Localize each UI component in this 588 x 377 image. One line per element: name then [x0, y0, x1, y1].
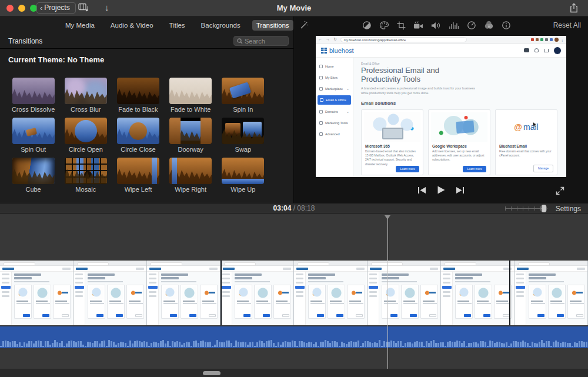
- transition-label: Spin In: [233, 106, 253, 113]
- tab-backgrounds[interactable]: Backgrounds: [197, 20, 245, 31]
- transition-thumbnail-doorway[interactable]: [169, 118, 212, 144]
- search-input[interactable]: [245, 38, 285, 45]
- transition-thumbnail-circle-open[interactable]: [65, 118, 107, 144]
- browser-profile-avatar: [554, 38, 559, 42]
- video-clip-filmstrip[interactable]: [0, 261, 588, 325]
- timeline-frame-thumbnail[interactable]: [514, 261, 588, 325]
- transition-label: Swap: [235, 146, 252, 153]
- transition-thumbnail-spin-in[interactable]: [222, 78, 264, 104]
- scrollbar-thumb[interactable]: [203, 371, 220, 375]
- transition-thumbnail-wipe-up[interactable]: [222, 158, 264, 184]
- magic-wand-icon[interactable]: [299, 21, 309, 30]
- settings-button[interactable]: Settings: [556, 204, 581, 214]
- search-box[interactable]: [233, 36, 289, 46]
- tab-audio-video[interactable]: Audio & Video: [106, 20, 158, 31]
- tab-titles[interactable]: Titles: [165, 20, 189, 31]
- transition-wipe-right[interactable]: Wipe Right: [165, 158, 217, 193]
- timeline-frame-thumbnail[interactable]: [441, 261, 514, 325]
- audio-waveform-track[interactable]: [0, 326, 588, 348]
- play-button[interactable]: [436, 185, 446, 195]
- transition-swap[interactable]: Swap: [217, 118, 269, 153]
- card-title: Google Workspace: [432, 144, 486, 148]
- bluehost-nav-my-sites: My Sites: [316, 72, 353, 83]
- timeline-frame-thumbnail[interactable]: [74, 261, 147, 325]
- transition-thumbnail-wipe-left[interactable]: [117, 158, 159, 184]
- timeline-frame-thumbnail[interactable]: [294, 261, 368, 325]
- transition-label: Wipe Right: [175, 186, 206, 193]
- advanced-icon: [319, 132, 323, 136]
- timeline-frame-thumbnail[interactable]: [220, 261, 294, 325]
- noise-equalizer-icon[interactable]: [449, 21, 459, 30]
- playhead[interactable]: [387, 215, 388, 369]
- speed-icon[interactable]: [467, 21, 476, 30]
- preview-viewer[interactable]: ← → ↻ my.bluehost.com/hosting/app/#/emai…: [316, 36, 566, 177]
- content-browser-panel: My MediaAudio & VideoTitlesBackgroundsTr…: [0, 16, 294, 203]
- search-icon: [237, 38, 243, 44]
- bluehost-nav-email-office: Email & Office: [318, 95, 351, 105]
- bluehost-nav-home: Home: [316, 61, 353, 72]
- transition-label: Fade to Black: [118, 106, 158, 113]
- transition-circle-open[interactable]: Circle Open: [59, 118, 112, 153]
- transition-fade-black[interactable]: Fade to Black: [112, 78, 164, 113]
- transition-cube[interactable]: Cube: [7, 158, 59, 193]
- card-title: Bluehost Email: [499, 144, 553, 148]
- marketing-tools-icon: [319, 121, 323, 125]
- chevron-down-icon: ⌄: [346, 86, 349, 91]
- transition-thumbnail-fade-white[interactable]: [169, 78, 212, 104]
- domains-icon: [319, 110, 323, 114]
- clip-filter-icon[interactable]: [484, 21, 494, 30]
- transition-spin-out[interactable]: Spin Out: [7, 118, 59, 153]
- transition-spin-in[interactable]: Spin In: [217, 78, 269, 113]
- transition-thumbnail-wipe-right[interactable]: [169, 158, 212, 184]
- transition-thumbnail-cross-dissolve[interactable]: [12, 78, 55, 104]
- page-title: Professional Email and Productivity Tool…: [361, 66, 464, 84]
- reset-all-button[interactable]: Reset All: [553, 21, 581, 29]
- timeline-frame-thumbnail[interactable]: [147, 261, 220, 325]
- transition-label: Mosaic: [75, 186, 96, 193]
- fullscreen-icon[interactable]: [556, 186, 564, 195]
- transition-thumbnail-cross-blur[interactable]: [65, 78, 107, 104]
- timeline-horizontal-scrollbar[interactable]: [0, 369, 588, 377]
- tab-my-media[interactable]: My Media: [61, 20, 99, 31]
- timeline[interactable]: [0, 215, 588, 377]
- timeline-zoom-slider[interactable]: [505, 205, 547, 212]
- bluehost-logo: bluehost: [321, 47, 354, 54]
- clip-boundary: [220, 261, 222, 325]
- color-balance-icon[interactable]: [362, 21, 372, 30]
- timeline-frame-thumbnail[interactable]: [0, 261, 74, 325]
- transition-wipe-up[interactable]: Wipe Up: [217, 158, 269, 193]
- transition-doorway[interactable]: Doorway: [165, 118, 217, 153]
- google-illustration: [431, 112, 487, 142]
- account-avatar: [554, 47, 561, 54]
- transition-thumbnail-swap[interactable]: [222, 118, 264, 144]
- timeline-frame-thumbnail[interactable]: [368, 261, 441, 325]
- transition-thumbnail-circle-close[interactable]: [117, 118, 159, 144]
- transition-thumbnail-mosaic[interactable]: [65, 158, 107, 184]
- bluehost-nav-marketplace: Marketplace⌄: [316, 83, 353, 94]
- card-body-text: Free domain email that comes with your c…: [499, 149, 553, 158]
- clip-info-icon[interactable]: [502, 21, 511, 30]
- viewer-panel: Reset All ← → ↻ my.bluehost.com/hosting/…: [294, 16, 588, 203]
- crop-icon[interactable]: [397, 21, 406, 30]
- transition-mosaic[interactable]: Mosaic: [59, 158, 112, 193]
- transition-thumbnail-fade-black[interactable]: [117, 78, 159, 104]
- transition-wipe-left[interactable]: Wipe Left: [112, 158, 164, 193]
- transition-circle-close[interactable]: Circle Close: [112, 118, 164, 153]
- share-icon[interactable]: [570, 3, 578, 13]
- transition-thumbnail-cube[interactable]: [12, 158, 55, 184]
- transition-fade-white[interactable]: Fade to White: [165, 78, 217, 113]
- my-sites-icon: [319, 76, 323, 79]
- transition-cross-dissolve[interactable]: Cross Dissolve: [7, 78, 59, 113]
- tab-transitions[interactable]: Transitions: [252, 20, 293, 31]
- chat-icon: [524, 48, 529, 52]
- transition-thumbnail-spin-out[interactable]: [12, 118, 55, 144]
- volume-icon[interactable]: [431, 21, 441, 30]
- next-frame-button[interactable]: [456, 186, 465, 194]
- zoom-slider-thumb[interactable]: [542, 205, 546, 212]
- color-correction-icon[interactable]: [379, 21, 389, 30]
- transition-cross-blur[interactable]: Cross Blur: [59, 78, 112, 113]
- previous-frame-button[interactable]: [417, 186, 426, 194]
- transitions-grid: Cross DissolveCross BlurFade to BlackFad…: [7, 78, 288, 193]
- stabilization-icon[interactable]: [413, 21, 423, 30]
- titlebar: ‹ Projects ↓ My Movie: [0, 0, 588, 16]
